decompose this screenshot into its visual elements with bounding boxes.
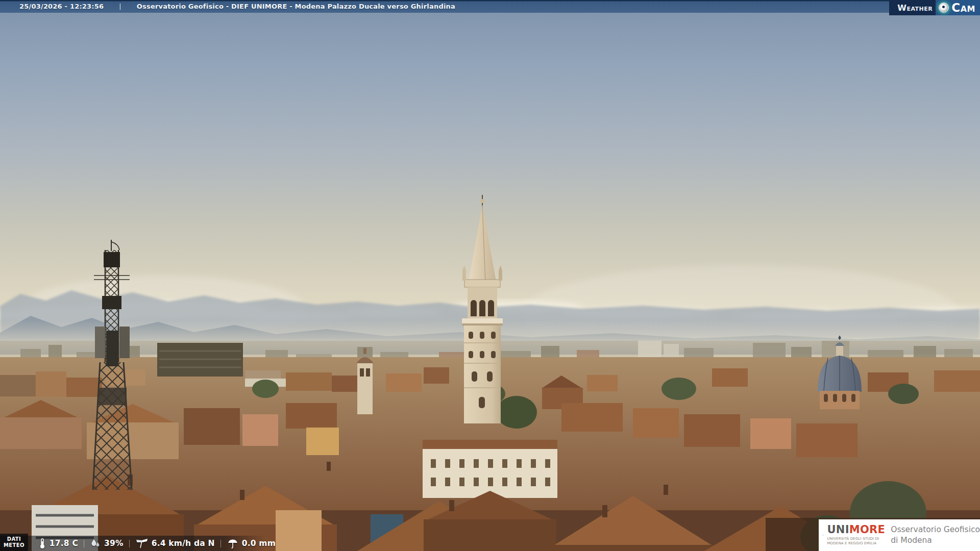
unimore-subtitle-line2: MODENA E REGGIO EMILIA — [827, 541, 885, 546]
unimore-acronym-more: MORE — [849, 523, 885, 536]
timestamp: 25/03/2026 - 12:23:56 — [19, 3, 104, 10]
unimore-seal: UNIVERSITAS STUDIORUM MUTINENSIS ET REGI… — [822, 521, 823, 549]
city-panorama-photo — [0, 0, 980, 551]
weathercam-left: Weather — [889, 0, 936, 15]
reading-divider — [84, 540, 84, 547]
humidity-reading: 39% — [90, 538, 124, 549]
wind-icon — [135, 538, 149, 549]
wind-reading: 6.4 km/h da N — [135, 538, 215, 549]
thermometer-icon — [38, 538, 46, 549]
rain-icon — [227, 538, 239, 549]
humidity-icon — [90, 538, 101, 549]
weather-readings: 17.8 C 39% 6.4 km/h da N — [28, 538, 276, 549]
reading-divider — [220, 540, 221, 547]
observatory-name: Osservatorio Geofisico di Modena — [891, 524, 980, 546]
weathercam-word-weather: Weather — [897, 3, 933, 13]
seal-emblem — [823, 535, 823, 535]
weathercam-right: Cam — [936, 0, 980, 15]
weathercam-watermark: Weather Cam — [889, 0, 980, 15]
unimore-wordmark: UNIMORE UNIVERSITÀ DEGLI STUDI DI MODENA… — [827, 524, 885, 546]
rain-reading: 0.0 mm — [227, 538, 276, 549]
temperature-reading: 17.8 C — [38, 538, 78, 549]
dati-meteo-line1: DATI — [7, 536, 21, 542]
title-separator: | — [119, 3, 121, 10]
weathercam-word-cam: Cam — [951, 1, 975, 14]
reading-divider — [129, 540, 130, 547]
weather-data-bar: DATI METEO 17.8 C 39% — [0, 536, 276, 551]
webcam-title: Osservatorio Geofisico - DIEF UNIMORE - … — [137, 3, 455, 10]
dati-meteo-label: DATI METEO — [0, 534, 28, 551]
unimore-logo-box: UNIVERSITAS STUDIORUM MUTINENSIS ET REGI… — [819, 519, 980, 551]
wind-value: 6.4 km/h da N — [152, 539, 215, 548]
title-bar: 25/03/2026 - 12:23:56 | Osservatorio Geo… — [0, 0, 980, 13]
humidity-value: 39% — [104, 539, 124, 548]
observatory-name-line1: Osservatorio Geofisico — [891, 524, 980, 535]
unimore-acronym-uni: UNI — [827, 523, 849, 536]
rain-value: 0.0 mm — [242, 539, 276, 548]
temperature-value: 17.8 C — [50, 539, 78, 548]
palazzo-facade — [423, 440, 557, 498]
observatory-name-line2: di Modena — [891, 535, 980, 546]
lens-icon — [939, 3, 949, 13]
webcam-page: 25/03/2026 - 12:23:56 | Osservatorio Geo… — [0, 0, 980, 551]
unimore-subtitle-line1: UNIVERSITÀ DEGLI STUDI DI — [827, 537, 885, 541]
dati-meteo-line2: METEO — [4, 542, 24, 548]
